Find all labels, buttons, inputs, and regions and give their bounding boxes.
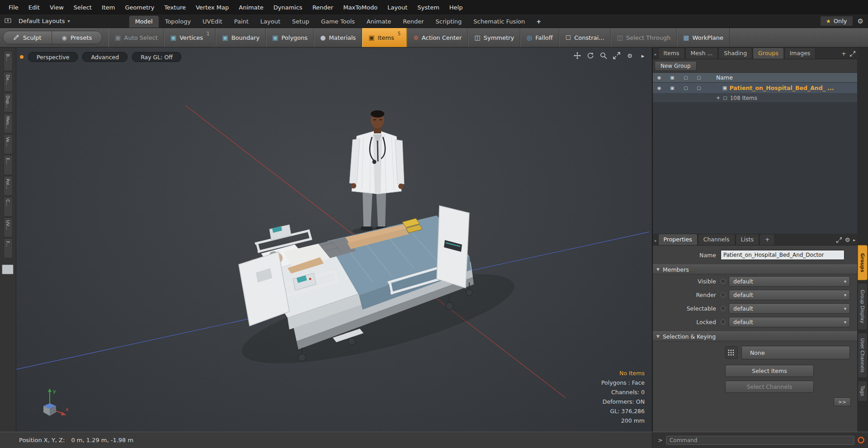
auto-select-button[interactable]: ▣ Auto Select <box>108 28 164 47</box>
tab-images[interactable]: Images <box>784 47 816 59</box>
left-tab-polygon[interactable]: Pol... <box>4 176 13 196</box>
constraints-button[interactable]: ☐ Constrai... <box>559 28 611 47</box>
left-tab-falloff[interactable]: F... <box>4 238 13 258</box>
tab-channels[interactable]: Channels <box>698 234 735 245</box>
group-name-text[interactable]: Patient_on_Hospital_Bed_And_ ... <box>729 85 834 91</box>
menu-render[interactable]: Render <box>307 2 338 13</box>
tab-paint[interactable]: Paint <box>228 16 255 28</box>
materials-button[interactable]: ● Materials <box>314 28 362 47</box>
pan-icon[interactable] <box>573 51 582 60</box>
render-dropdown[interactable]: default ▾ <box>729 290 850 300</box>
menu-view[interactable]: View <box>45 2 69 13</box>
menu-vertex-map[interactable]: Vertex Map <box>191 2 234 13</box>
tab-groups[interactable]: Groups <box>753 47 784 59</box>
menu-texture[interactable]: Texture <box>159 2 191 13</box>
row-cube-icon[interactable]: ▣ <box>665 85 679 90</box>
rotate-icon[interactable] <box>586 51 595 60</box>
group-row[interactable]: ◉ ▣ ▢ ▢ ▣ Patient_on_Hospital_Bed_And_ .… <box>653 83 857 94</box>
falloff-button[interactable]: ◎ Falloff <box>520 28 559 47</box>
expand-panel-icon[interactable] <box>849 51 855 57</box>
vertices-button[interactable]: ▣ Vertices 1 <box>164 28 216 47</box>
selectable-keyframe-toggle[interactable] <box>721 306 726 311</box>
only-button[interactable]: ★ Only <box>820 16 853 26</box>
viewport-3d[interactable]: Perspective Advanced Ray GL: Off ⚙ ▸ <box>16 47 652 432</box>
group-name-field[interactable] <box>721 250 844 260</box>
tab-mesh-ops[interactable]: Mesh ... <box>685 47 718 59</box>
workplane-button[interactable]: ▦ WorkPlane <box>677 28 730 47</box>
row-outline-icon-1[interactable]: ▢ <box>679 85 693 90</box>
command-input[interactable] <box>666 436 854 445</box>
layout-switch-icon[interactable] <box>5 18 11 24</box>
menu-edit[interactable]: Edit <box>24 2 45 13</box>
command-history-icon[interactable] <box>858 437 864 443</box>
selectable-dropdown[interactable]: default ▾ <box>729 303 850 314</box>
panel-collapse-icon[interactable]: ▸ <box>655 52 657 57</box>
symmetry-button[interactable]: ◫ Symmetry <box>468 28 520 47</box>
add-tab-button[interactable]: + <box>760 234 775 245</box>
menu-system[interactable]: System <box>412 2 444 13</box>
boundary-button[interactable]: ▣ Boundary <box>216 28 266 47</box>
viewport-gear-icon[interactable]: ⚙ <box>625 51 634 60</box>
menu-layout[interactable]: Layout <box>382 2 412 13</box>
menu-maxtomodo[interactable]: MaxToModo <box>338 2 382 13</box>
render-keyframe-toggle[interactable] <box>721 292 726 297</box>
menu-item[interactable]: Item <box>97 2 120 13</box>
left-tab-uv[interactable]: UV... <box>4 217 13 237</box>
locked-dropdown[interactable]: default ▾ <box>729 317 850 327</box>
left-tab-duplicate[interactable]: Dup... <box>4 93 13 113</box>
locked-keyframe-toggle[interactable] <box>721 320 726 325</box>
visible-keyframe-toggle[interactable] <box>721 279 726 284</box>
menu-help[interactable]: Help <box>444 2 468 13</box>
new-group-button[interactable]: New Group <box>655 61 697 71</box>
tab-scripting[interactable]: Scripting <box>430 16 468 28</box>
select-items-button[interactable]: Select Items <box>725 365 814 377</box>
menu-animate[interactable]: Animate <box>234 2 268 13</box>
panel-collapse-icon[interactable]: ▸ <box>655 238 657 243</box>
perspective-button[interactable]: Perspective <box>28 52 78 62</box>
visible-dropdown[interactable]: default ▾ <box>729 276 850 287</box>
tab-shading[interactable]: Shading <box>718 47 752 59</box>
menu-geometry[interactable]: Geometry <box>120 2 160 13</box>
selection-keying-section-header[interactable]: ▼ Selection & Keying <box>653 331 857 341</box>
maximize-icon[interactable] <box>612 51 621 60</box>
select-channels-button[interactable]: Select Channels <box>725 381 814 393</box>
tab-game-tools[interactable]: Game Tools <box>315 16 361 28</box>
left-tab-curves[interactable]: C... <box>4 197 13 217</box>
keying-none-button[interactable]: None <box>741 346 850 359</box>
side-tab-tags[interactable]: Tags <box>858 381 868 401</box>
sculpt-button[interactable]: Sculpt <box>3 31 52 44</box>
eye-icon[interactable]: ◉ <box>653 85 665 90</box>
tab-lists[interactable]: Lists <box>736 234 759 245</box>
add-tab-icon[interactable]: + <box>841 50 846 57</box>
presets-button[interactable]: ◉ Presets <box>52 31 102 44</box>
tab-schematic-fusion[interactable]: Schematic Fusion <box>467 16 531 28</box>
shading-mode-button[interactable]: Advanced <box>82 52 127 62</box>
menu-dynamics[interactable]: Dynamics <box>269 2 307 13</box>
side-tab-groups[interactable]: Groups <box>858 245 868 280</box>
row-outline-icon-2[interactable]: ▢ <box>693 85 705 90</box>
collapsed-palette-widget[interactable] <box>2 264 14 274</box>
menu-file[interactable]: File <box>4 2 24 13</box>
zoom-icon[interactable] <box>599 51 608 60</box>
tab-topology[interactable]: Topology <box>159 16 197 28</box>
tab-items[interactable]: Items <box>658 47 685 59</box>
tab-setup[interactable]: Setup <box>286 16 315 28</box>
select-through-button[interactable]: ◫ Select Through <box>611 28 677 47</box>
raygl-button[interactable]: Ray GL: Off <box>132 52 181 62</box>
group-subrow[interactable]: + ▢ 108 Items <box>653 94 857 103</box>
default-layouts-dropdown[interactable]: Default Layouts ▾ <box>15 16 74 26</box>
tab-layout[interactable]: Layout <box>255 16 286 28</box>
action-center-button[interactable]: ⊕ Action Center <box>407 28 468 47</box>
panel-flyout-icon[interactable]: ▸ <box>853 238 855 242</box>
add-layout-tab-button[interactable]: + <box>531 16 547 28</box>
members-section-header[interactable]: ▼ Members <box>653 264 857 274</box>
left-tab-deform[interactable]: De... <box>4 72 13 92</box>
panel-gear-icon[interactable]: ⚙ <box>845 236 850 243</box>
tab-animate[interactable]: Animate <box>361 16 397 28</box>
gear-icon[interactable]: ⚙ <box>858 17 863 25</box>
tab-properties[interactable]: Properties <box>658 234 698 245</box>
side-tab-user-channels[interactable]: User Channels <box>858 333 868 378</box>
flyout-arrow-icon[interactable]: ▸ <box>638 51 647 60</box>
items-button[interactable]: ▣ Items 5 <box>362 28 407 47</box>
tab-render[interactable]: Render <box>397 16 429 28</box>
